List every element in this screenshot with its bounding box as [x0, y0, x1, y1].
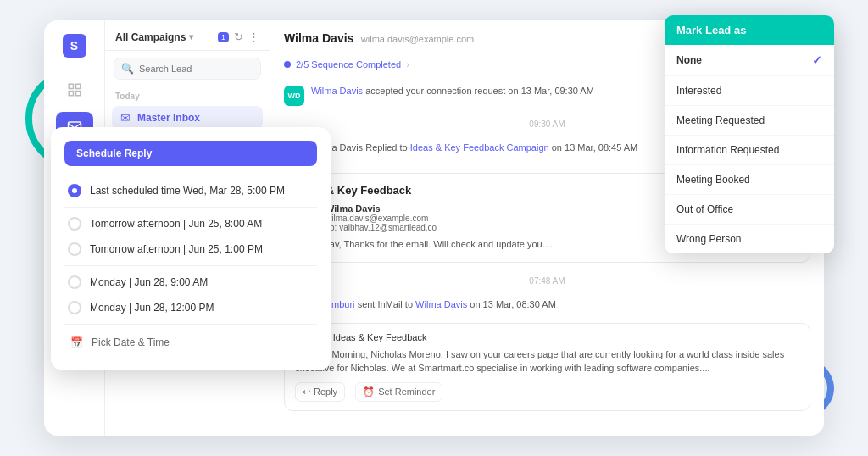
- divider: [64, 265, 317, 266]
- action-text: Replied to: [365, 142, 408, 153]
- schedule-reply-button[interactable]: Schedule Reply: [64, 141, 317, 166]
- target-link[interactable]: Wilma Davis: [415, 299, 467, 309]
- mark-lead-dropdown: Mark Lead as None ✓ Interested Meeting R…: [665, 15, 834, 253]
- app-logo: S: [56, 31, 93, 61]
- reply-button[interactable]: ↩ Reply: [295, 382, 345, 402]
- sequence-progress: 2/5 Sequence Completed ›: [284, 59, 409, 70]
- schedule-option-0[interactable]: Last scheduled time Wed, Mar 28, 5:00 PM: [64, 178, 317, 203]
- sidebar-item-grid[interactable]: [56, 75, 93, 105]
- mark-lead-item-information-requested[interactable]: Information Requested: [665, 136, 834, 165]
- chevron-right-icon: ›: [406, 59, 409, 70]
- section-label: Today: [105, 86, 270, 103]
- sent-body-text: Hi Good Morning, Nicholas Moreno, I saw …: [295, 348, 799, 375]
- sent-action: sent InMail to: [358, 299, 413, 309]
- radio-inner: [72, 188, 77, 193]
- sender-name: Wilma Davis: [326, 203, 437, 214]
- sequence-dot: [284, 61, 291, 68]
- svg-rect-2: [69, 92, 73, 96]
- actor-link[interactable]: Wilma Davis: [311, 86, 363, 96]
- campaign-badge: 1: [218, 32, 229, 42]
- divider: [64, 207, 317, 208]
- mark-lead-item-out-of-office[interactable]: Out of Office: [665, 195, 834, 225]
- mark-lead-item-wrong-person[interactable]: Wrong Person: [665, 225, 834, 253]
- campaign-header-icons: 1 ↻ ⋮: [218, 31, 259, 43]
- logo-icon: S: [63, 34, 86, 58]
- campaign-link[interactable]: Ideas & Key Feedback Campaign: [410, 142, 549, 153]
- schedule-reply-panel: Schedule Reply Last scheduled time Wed, …: [51, 127, 331, 370]
- search-box[interactable]: 🔍: [114, 58, 261, 80]
- reminder-button[interactable]: ⏰ Set Reminder: [355, 382, 442, 402]
- campaign-title[interactable]: All Campaigns ▾: [115, 31, 193, 43]
- contact-name: Wilma Davis: [284, 31, 353, 45]
- refresh-icon[interactable]: ↻: [234, 31, 243, 43]
- mark-lead-item-meeting-booked[interactable]: Meeting Booked: [665, 165, 834, 195]
- svg-rect-3: [75, 92, 80, 96]
- svg-rect-0: [69, 84, 73, 88]
- mark-lead-header: Mark Lead as: [665, 15, 834, 45]
- activity-date: on 13 Mar, 08:45 AM: [552, 142, 638, 153]
- divider: [64, 324, 317, 325]
- radio-unselected: [68, 242, 81, 256]
- campaign-header: All Campaigns ▾ 1 ↻ ⋮: [105, 20, 270, 51]
- sent-email-card: Subject Ideas & Key Feedback Hi Good Mor…: [284, 323, 810, 411]
- radio-unselected: [68, 217, 81, 231]
- radio-selected: [68, 184, 81, 197]
- activity-action: accepted your connection request on 13 M…: [365, 86, 594, 96]
- schedule-option-2[interactable]: Tomorrow afternoon | Jun 25, 1:00 PM: [64, 236, 317, 262]
- search-input[interactable]: [139, 64, 253, 74]
- to-email: To: vaibhav.12@smartlead.co: [326, 223, 437, 232]
- sent-item-activity: Vaibhav Namburi sent InMail to Wilma Dav…: [284, 299, 810, 309]
- calendar-icon: 📅: [68, 334, 85, 351]
- sender-email: wilma.davis@example.com: [326, 214, 437, 223]
- chevron-down-icon: ▾: [189, 32, 193, 42]
- pick-date-row[interactable]: 📅 Pick Date & Time: [64, 328, 317, 357]
- contact-email: wilma.davis@example.com: [358, 31, 474, 45]
- schedule-option-1[interactable]: Tomorrow afternoon | Jun 25, 8:00 AM: [64, 211, 317, 236]
- svg-rect-1: [75, 84, 80, 88]
- inbox-icon: ✉: [120, 111, 131, 125]
- radio-unselected: [68, 301, 81, 314]
- search-icon: 🔍: [121, 63, 134, 75]
- mark-lead-item-none[interactable]: None ✓: [665, 45, 834, 76]
- check-icon: ✓: [812, 53, 822, 67]
- schedule-option-4[interactable]: Monday | Jun 28, 12:00 PM: [64, 295, 317, 320]
- master-inbox-item[interactable]: ✉ Master Inbox: [112, 106, 263, 130]
- reply-icon: ↩: [303, 386, 310, 398]
- contact-name-row: Wilma Davis wilma.davis@example.com: [284, 31, 474, 46]
- subject-row: Subject Ideas & Key Feedback: [295, 332, 799, 342]
- radio-unselected: [68, 275, 81, 289]
- time-label-2: 07:48 AM: [284, 273, 810, 289]
- action-bar: ↩ Reply ⏰ Set Reminder: [295, 382, 799, 402]
- activity-avatar: WD: [284, 86, 304, 106]
- master-inbox-label: Master Inbox: [137, 112, 200, 124]
- sent-date: on 13 Mar, 08:30 AM: [470, 299, 556, 309]
- subject-value: Ideas & Key Feedback: [333, 332, 427, 342]
- schedule-option-3[interactable]: Monday | Jun 28, 9:00 AM: [64, 270, 317, 295]
- mark-lead-item-interested[interactable]: Interested: [665, 76, 834, 106]
- mark-lead-item-meeting-requested[interactable]: Meeting Requested: [665, 106, 834, 136]
- clock-icon: ⏰: [363, 386, 375, 398]
- filter-icon[interactable]: ⋮: [248, 31, 259, 43]
